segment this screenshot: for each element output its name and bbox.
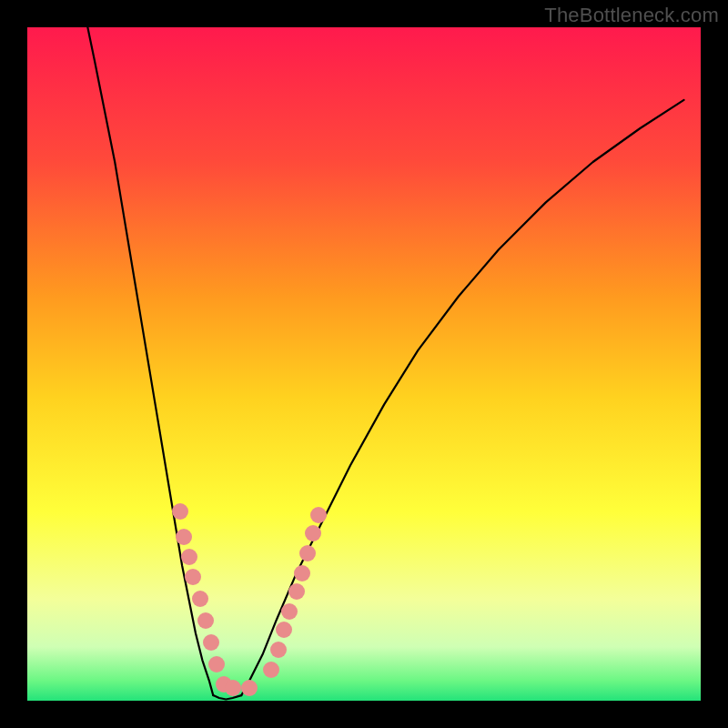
cluster-dot <box>270 642 287 658</box>
cluster-dot <box>181 549 197 565</box>
cluster-dot <box>310 507 327 523</box>
background-gradient <box>27 27 701 701</box>
chart-svg <box>27 27 701 701</box>
cluster-dot <box>185 569 201 585</box>
cluster-dot <box>208 656 225 672</box>
cluster-dot <box>225 680 241 696</box>
cluster-dot <box>263 662 279 678</box>
watermark-text: TheBottleneck.com <box>544 4 719 27</box>
cluster-dot <box>197 612 214 629</box>
cluster-dot <box>299 545 316 561</box>
cluster-dot <box>172 503 188 520</box>
plot-area <box>27 27 701 701</box>
cluster-dot <box>294 565 310 581</box>
cluster-dot <box>276 622 292 638</box>
cluster-dot <box>176 529 192 545</box>
cluster-dot <box>305 525 321 541</box>
cluster-dot <box>203 634 219 651</box>
cluster-dot <box>241 680 258 696</box>
cluster-dot <box>192 591 208 607</box>
cluster-dot <box>288 583 305 600</box>
outer-frame: TheBottleneck.com <box>0 0 728 728</box>
cluster-dot <box>281 603 298 620</box>
